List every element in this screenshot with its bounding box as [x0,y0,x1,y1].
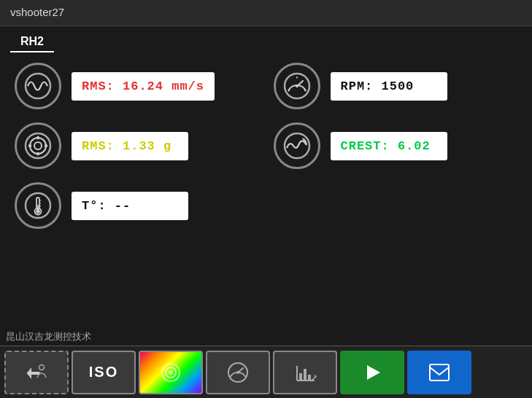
svg-point-13 [28,144,31,147]
toolbar: ISO [0,346,532,398]
gauge-button[interactable] [206,351,270,394]
app-title: vshooter27 [10,6,64,18]
sine-wave-icon [15,63,61,109]
rms-accel-value: RMS: 1.33 g [72,132,188,160]
iso-label: ISO [89,364,118,381]
back-button[interactable] [4,351,69,394]
crest-row: CREST: 6.02 [274,122,518,169]
svg-rect-35 [299,373,302,381]
section-label: RH2 [10,29,54,52]
rms-velocity-row: RMS: 16.24 mm/s [15,63,259,109]
save-button[interactable] [407,351,471,394]
temperature-value: T°: -- [72,192,188,220]
svg-point-10 [36,136,39,139]
crest-wave-icon [274,122,320,169]
temperature-row: T°: -- [15,182,259,229]
svg-point-9 [34,142,42,149]
main-content: RMS: 16.24 mm/s RPM: 1500 [0,52,532,239]
svg-rect-37 [308,375,311,381]
iso-button[interactable]: ISO [72,351,136,394]
rpm-row: RPM: 1500 [274,63,518,109]
rms-velocity-value: RMS: 16.24 mm/s [72,72,215,101]
svg-rect-36 [304,369,307,381]
svg-marker-40 [367,365,380,380]
svg-point-12 [36,152,39,155]
svg-point-11 [45,144,47,147]
thermometer-icon [15,182,61,229]
svg-point-32 [236,371,239,374]
title-bar: vshooter27 [0,0,532,26]
svg-point-8 [30,138,46,154]
svg-rect-41 [430,364,449,381]
svg-marker-25 [27,367,31,379]
svg-point-29 [169,370,173,375]
chart-button[interactable] [273,351,337,394]
svg-point-26 [39,364,45,370]
play-button[interactable] [340,351,404,394]
spectrum-button[interactable] [139,351,203,394]
rpm-value: RPM: 1500 [331,72,447,101]
svg-point-6 [296,85,298,87]
svg-rect-19 [37,205,39,209]
bearing-icon [15,122,61,169]
svg-point-20 [36,209,40,214]
crest-value: CREST: 6.02 [331,132,447,160]
watermark: 昆山汉吉龙测控技术 [0,328,97,346]
rms-accel-row: RMS: 1.33 g [15,122,259,169]
speedometer-icon [274,63,320,109]
